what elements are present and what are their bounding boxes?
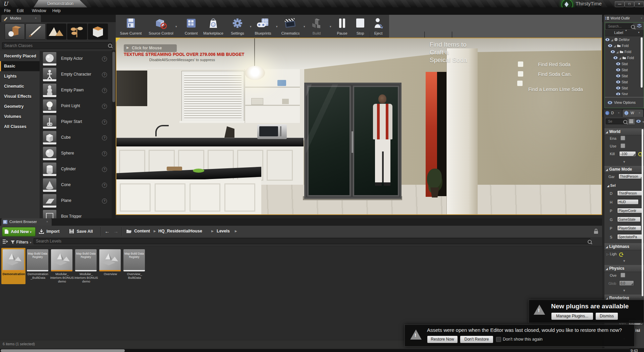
- stop-button[interactable]: Stop: [351, 16, 369, 36]
- lock-icon[interactable]: [594, 228, 598, 234]
- eject-button[interactable]: Eject: [369, 16, 387, 36]
- menu-file[interactable]: File: [4, 8, 10, 13]
- section-expand-icon[interactable]: ▼: [604, 289, 644, 292]
- eye-icon[interactable]: [613, 56, 618, 59]
- actor-point-light[interactable]: Point Light?: [40, 98, 112, 115]
- save-all-button[interactable]: Save All: [69, 227, 93, 236]
- actor-sphere[interactable]: Sphere?: [40, 146, 112, 162]
- mouse-control-pill[interactable]: ▶ Click for Mouse Control: [124, 44, 177, 52]
- maximize-button[interactable]: □: [625, 1, 634, 7]
- row-expander-icon[interactable]: ◢: [619, 56, 621, 60]
- lightmass-row[interactable]: ▷Ligh: [606, 252, 617, 256]
- help-icon[interactable]: ?: [102, 72, 107, 77]
- help-icon[interactable]: ?: [102, 151, 107, 156]
- scrollbar-thumb[interactable]: [1, 349, 125, 352]
- build-button[interactable]: Build: [304, 16, 330, 36]
- reset-to-default-icon[interactable]: [638, 152, 642, 156]
- prop-value[interactable]: ThirdPerson: [617, 190, 643, 196]
- menu-window[interactable]: Window: [32, 8, 46, 13]
- outliner-row[interactable]: ◢ DeWor: [605, 37, 642, 43]
- actor-empty-character[interactable]: Empty Character?: [40, 67, 112, 83]
- section-physics[interactable]: ◢Physics: [604, 265, 644, 272]
- eye-icon[interactable]: [616, 86, 621, 90]
- filters-button[interactable]: Filters ▾: [11, 239, 31, 245]
- help-icon[interactable]: ?: [102, 183, 107, 188]
- forward-button[interactable]: →: [113, 227, 118, 236]
- actor-player-start[interactable]: Player Start?: [40, 114, 112, 130]
- manage-plugins-button[interactable]: Manage Plugins...: [551, 312, 593, 320]
- eye-icon[interactable]: [616, 92, 621, 95]
- chevron-down-icon[interactable]: ▾: [330, 25, 331, 28]
- horizontal-scrollbar[interactable]: [0, 349, 644, 352]
- reset-to-default-icon[interactable]: [619, 253, 623, 257]
- back-button[interactable]: ←: [105, 227, 110, 236]
- dont-restore-button[interactable]: Don't Restore: [460, 336, 493, 343]
- breadcrumb-hq-residentialhouse[interactable]: HQ_ResidentialHouse: [158, 229, 202, 233]
- eye-icon[interactable]: [616, 68, 621, 72]
- prop-checkbox[interactable]: [621, 143, 625, 148]
- world-outliner-tab[interactable]: World Outlir ×: [604, 15, 644, 22]
- prop-value[interactable]: HUD: [617, 199, 639, 205]
- eye-icon[interactable]: [608, 44, 612, 47]
- level-tab[interactable]: Demonstration: [34, 0, 87, 7]
- world-settings-tab[interactable]: W ×: [623, 109, 643, 117]
- eye-icon[interactable]: [616, 62, 621, 65]
- row-expander-icon[interactable]: ◢: [613, 44, 616, 48]
- section-expand-icon[interactable]: ▼: [604, 259, 644, 263]
- menu-edit[interactable]: Edit: [17, 8, 24, 13]
- outliner-row[interactable]: Stat: [616, 61, 644, 67]
- row-expander-icon[interactable]: ◢: [616, 50, 619, 54]
- asset-label[interactable]: Demonstration _BuiltData: [25, 272, 50, 279]
- source-control-button[interactable]: Source Control: [148, 16, 174, 36]
- add-layer-icon[interactable]: [636, 24, 642, 29]
- row-expander-icon[interactable]: ◢: [611, 38, 613, 42]
- asset-label[interactable]: Modular_ interiors BONUS demo: [74, 272, 99, 283]
- selected-gamemode-row[interactable]: ◢Sel: [607, 183, 616, 187]
- gamemode-dropdown[interactable]: ThirdPerson: [619, 174, 643, 179]
- eye-icon[interactable]: [610, 50, 615, 53]
- outliner-row[interactable]: Stat: [616, 85, 644, 91]
- eye-icon[interactable]: [605, 38, 610, 41]
- assets-search-input[interactable]: [34, 238, 590, 244]
- classes-search-input[interactable]: [2, 42, 112, 49]
- asset-thumb-level[interactable]: [51, 249, 72, 271]
- prop-checkbox[interactable]: [621, 136, 625, 140]
- minimize-button[interactable]: —: [615, 1, 625, 7]
- asset-thumb-builddata[interactable]: Map Build Data Registry: [27, 249, 48, 271]
- close-icon[interactable]: ×: [639, 111, 640, 115]
- asset-thumb-level[interactable]: [3, 249, 24, 271]
- details-tab[interactable]: i D ×: [604, 109, 622, 117]
- pause-button[interactable]: Pause: [333, 16, 351, 36]
- visibility-column-icon[interactable]: ▼: [638, 31, 640, 34]
- place-mode-button[interactable]: [5, 24, 25, 40]
- help-icon[interactable]: ?: [102, 56, 107, 61]
- close-icon[interactable]: ×: [46, 220, 48, 223]
- import-button[interactable]: Import: [39, 227, 59, 236]
- close-icon[interactable]: ×: [618, 111, 620, 115]
- outliner-row[interactable]: ◢ Fold: [608, 43, 644, 49]
- save-current-button[interactable]: Save Current: [118, 16, 144, 36]
- asset-thumb-builddata[interactable]: Map Build Data Registry: [123, 249, 145, 271]
- view-options-button[interactable]: View Options: [607, 99, 636, 105]
- close-icon[interactable]: ×: [641, 16, 642, 20]
- landscape-mode-button[interactable]: [46, 24, 66, 40]
- dismiss-button[interactable]: Dismiss: [595, 312, 618, 320]
- outliner-scrollbar[interactable]: [641, 37, 643, 88]
- grid-view-button[interactable]: [628, 118, 635, 125]
- section-expand-icon[interactable]: ▼: [604, 160, 644, 164]
- outliner-row[interactable]: Stat: [616, 73, 644, 79]
- actor-list-scrollbar[interactable]: [112, 50, 116, 218]
- asset-label[interactable]: Modular_ interiors BONUS demo: [50, 272, 74, 283]
- modes-tab[interactable]: Modes ×: [1, 15, 41, 22]
- marketplace-button[interactable]: U Marketplace: [200, 16, 226, 36]
- help-icon[interactable]: ?: [102, 120, 107, 125]
- section-lightmass[interactable]: ◢Lightmass: [604, 243, 644, 250]
- help-icon[interactable]: ?: [102, 199, 107, 204]
- asset-label[interactable]: Overview_ BuiltData: [122, 272, 147, 279]
- actor-empty-pawn[interactable]: Empty Pawn?: [40, 83, 112, 99]
- details-scrollbar[interactable]: [642, 129, 643, 296]
- actor-plane[interactable]: Plane?: [40, 193, 112, 209]
- paint-mode-button[interactable]: [25, 24, 46, 40]
- blueprints-button[interactable]: Blueprints: [250, 16, 276, 36]
- asset-thumb-builddata[interactable]: Map Build Data Registry: [75, 249, 97, 271]
